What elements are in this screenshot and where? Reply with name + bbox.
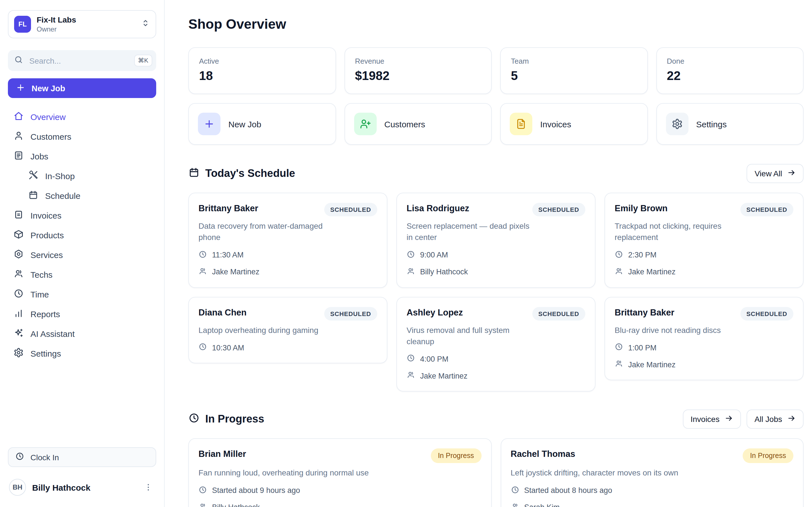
schedule-card[interactable]: Emily Brown SCHEDULED Trackpad not click… [605, 193, 804, 288]
scheduled-time: 2:30 PM [628, 251, 657, 260]
stat-label: Revenue [355, 57, 481, 65]
schedule-card[interactable]: Ashley Lopez SCHEDULED Virus removal and… [396, 297, 596, 392]
job-description: Blu-ray drive not reading discs [615, 325, 746, 336]
job-description: Screen replacement — dead pixels in cent… [407, 220, 538, 243]
scheduled-time: 10:30 AM [212, 343, 244, 352]
package-icon [13, 229, 24, 241]
clock-icon [199, 342, 207, 353]
sidebar-item-settings[interactable]: Settings [8, 344, 156, 363]
stat-value: 18 [199, 69, 325, 83]
file-text-icon [510, 113, 532, 135]
stat-label: Done [667, 57, 793, 65]
stat-label: Team [511, 57, 637, 65]
tech-row: Sarah Kim [511, 502, 794, 507]
schedule-card[interactable]: Brittany Baker SCHEDULED Blu-ray drive n… [605, 297, 804, 381]
started-row: Started about 8 hours ago [511, 485, 794, 496]
schedule-card[interactable]: Lisa Rodriguez SCHEDULED Screen replacem… [396, 193, 596, 288]
search-input[interactable] [28, 55, 129, 66]
users-icon [407, 371, 415, 381]
section-title: In Progress [205, 413, 264, 426]
status-badge: SCHEDULED [532, 203, 585, 216]
schedule-card[interactable]: Diana Chen SCHEDULED Laptop overheating … [188, 297, 388, 363]
sidebar-nav: Overview Customers Jobs In-Shop Schedule… [8, 107, 156, 363]
assigned-tech: Jake Martinez [420, 372, 467, 380]
customer-name: Ashley Lopez [407, 307, 463, 318]
quick-action-settings[interactable]: Settings [656, 103, 804, 145]
sidebar-item-techs[interactable]: Techs [8, 265, 156, 284]
org-switcher[interactable]: FL Fix-It Labs Owner [8, 10, 156, 38]
sidebar-item-jobs[interactable]: Jobs [8, 147, 156, 166]
sidebar-item-in-shop[interactable]: In-Shop [8, 166, 156, 186]
gear-icon [666, 113, 688, 135]
time-row: 11:30 AM [199, 250, 377, 260]
customer-name: Rachel Thomas [511, 449, 575, 460]
bar-chart-icon [13, 308, 24, 320]
status-badge: SCHEDULED [740, 203, 794, 216]
quick-action-customers[interactable]: Customers [344, 103, 492, 145]
quick-action-invoices[interactable]: Invoices [500, 103, 648, 145]
clock-in-button[interactable]: Clock In [8, 447, 156, 467]
time-row: 9:00 AM [407, 250, 585, 260]
assigned-tech: Jake Martinez [628, 360, 675, 369]
nut-icon [13, 249, 24, 261]
sidebar: FL Fix-It Labs Owner ⌘K New Job [0, 0, 165, 507]
current-user[interactable]: BH Billy Hathcock [8, 479, 156, 496]
time-row: 1:00 PM [615, 342, 794, 353]
sidebar-item-time[interactable]: Time [8, 284, 156, 304]
stat-card-revenue: Revenue $1982 [344, 47, 492, 94]
time-row: 10:30 AM [199, 342, 377, 353]
status-badge: In Progress [743, 449, 794, 463]
users-icon [615, 359, 623, 370]
tech-row: Jake Martinez [407, 371, 585, 381]
all-jobs-button[interactable]: All Jobs [747, 410, 804, 429]
in-progress-section-header: In Progress Invoices All Jobs [188, 410, 804, 429]
clock-icon [407, 354, 415, 364]
sidebar-item-services[interactable]: Services [8, 245, 156, 265]
sidebar-item-reports[interactable]: Reports [8, 304, 156, 324]
job-description: Data recovery from water-damaged phone [199, 220, 329, 243]
stats-row: Active 18 Revenue $1982 Team 5 Done 22 [188, 47, 804, 94]
customer-name: Brittany Baker [615, 307, 674, 318]
clock-icon [511, 485, 519, 496]
schedule-section-header: Today's Schedule View All [188, 164, 804, 183]
invoices-button[interactable]: Invoices [682, 410, 741, 429]
sidebar-item-products[interactable]: Products [8, 225, 156, 245]
sidebar-item-overview[interactable]: Overview [8, 107, 156, 127]
assigned-tech: Jake Martinez [212, 268, 259, 276]
shop-dashboard: FL Fix-It Labs Owner ⌘K New Job [0, 0, 812, 507]
sidebar-item-schedule[interactable]: Schedule [8, 186, 156, 206]
org-name: Fix-It Labs [37, 15, 76, 25]
new-job-button[interactable]: New Job [8, 78, 156, 98]
stat-label: Active [199, 57, 325, 65]
job-description: Laptop overheating during gaming [199, 325, 329, 336]
clock-icon [199, 485, 207, 496]
avatar: BH [9, 479, 26, 496]
sparkles-icon [13, 328, 24, 340]
calendar-icon [188, 167, 200, 180]
job-description: Virus removal and full system cleanup [407, 325, 538, 347]
in-progress-card[interactable]: Rachel Thomas In Progress Left joystick … [500, 439, 804, 507]
view-all-button[interactable]: View All [747, 164, 804, 183]
quick-action-new-job[interactable]: New Job [188, 103, 336, 145]
schedule-card[interactable]: Brittany Baker SCHEDULED Data recovery f… [188, 193, 388, 288]
sidebar-item-ai-assistant[interactable]: AI Assistant [8, 324, 156, 344]
status-badge: SCHEDULED [324, 203, 377, 216]
stat-value: $1982 [355, 69, 481, 83]
users-icon [199, 502, 207, 507]
users-icon [199, 267, 207, 277]
scheduled-time: 1:00 PM [628, 343, 657, 352]
plus-icon [198, 113, 220, 135]
customer-name: Diana Chen [199, 307, 247, 318]
users-icon [13, 269, 24, 281]
search-box[interactable]: ⌘K [8, 50, 156, 71]
user-menu-button[interactable] [142, 481, 155, 494]
tech-row: Jake Martinez [199, 267, 377, 277]
calendar-icon [28, 190, 38, 202]
clock-icon [13, 288, 24, 300]
sidebar-item-customers[interactable]: Customers [8, 127, 156, 147]
stat-value: 22 [667, 69, 793, 83]
sidebar-item-invoices[interactable]: Invoices [8, 206, 156, 225]
scheduled-time: 9:00 AM [420, 251, 448, 260]
in-progress-card[interactable]: Brian Miller In Progress Fan running lou… [188, 439, 492, 507]
home-icon [13, 111, 24, 123]
